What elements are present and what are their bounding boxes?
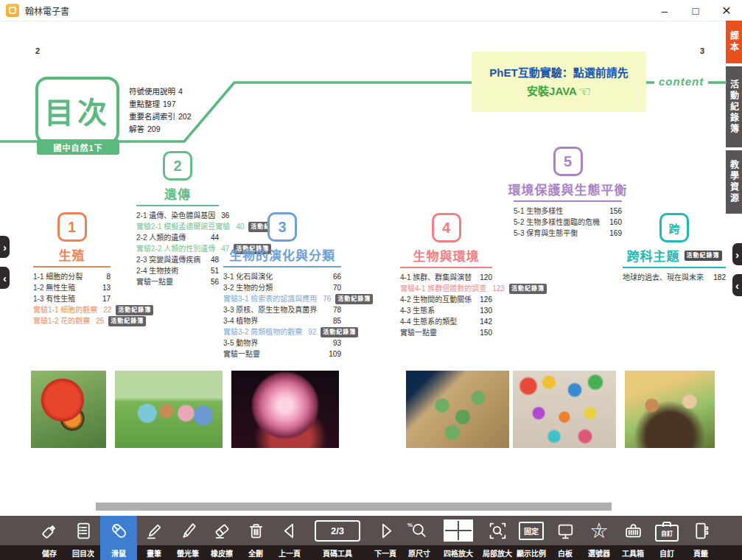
chapter-1-number-box[interactable]: 1 (57, 212, 87, 242)
tab-activity-record-book[interactable]: 活動紀錄簿 (726, 66, 742, 147)
right-edge-next-arrow[interactable]: › (732, 243, 742, 265)
toc-item-experiment[interactable]: 實驗2-1 模擬孟德爾豌豆實驗40活動紀錄簿 (136, 221, 219, 232)
toc-item[interactable]: 1-3 有性生殖17 (33, 293, 111, 304)
left-edge-prev-arrow[interactable]: ‹ (0, 267, 10, 289)
photo-microscopic-cells (406, 371, 509, 448)
activity-badge[interactable]: 活動紀錄簿 (335, 294, 373, 304)
chapter-4-block: 4 生物與環境 4-1 族群、群集與演替120 實驗4-1 族群個體數的調查12… (400, 213, 492, 338)
activity-badge[interactable]: 活動紀錄簿 (108, 316, 146, 326)
original-size-button[interactable]: % 原尺寸 (402, 516, 436, 560)
left-page-number: 2 (35, 46, 40, 55)
front-matter-item[interactable]: 重點整理197 (129, 98, 192, 111)
activity-badge[interactable]: 活動紀錄簿 (116, 305, 153, 315)
toc-item-experiment[interactable]: 實驗4-1 族群個體數的調查123活動紀錄簿 (400, 283, 492, 294)
toc-item[interactable]: 3-1 化石與演化66 (223, 271, 341, 282)
whiteboard-button[interactable]: 白板 (548, 516, 582, 560)
tab-teaching-resources[interactable]: 教學資源 (726, 150, 742, 214)
chapter-5-title[interactable]: 環境保護與生態平衡 (514, 180, 622, 198)
page-number-tool[interactable]: 2/3 頁碼工具 (307, 516, 368, 560)
toc-item[interactable]: 地球的過去、現在與未來182 (623, 272, 726, 283)
partial-zoom-button[interactable]: 局部放大 (480, 516, 514, 560)
pen-tool-button[interactable]: 畫筆 (137, 516, 171, 560)
chapter-2-underline (136, 205, 219, 206)
delete-all-button[interactable]: 全刪 (239, 516, 273, 560)
front-matter-item[interactable]: 解答209 (129, 123, 192, 136)
content-script-label: content (654, 75, 708, 88)
toc-item[interactable]: 2-2 人類的遺傳44 (136, 232, 219, 243)
previous-page-button[interactable]: 上一頁 (273, 516, 307, 560)
toc-item[interactable]: 實驗一點靈109 (223, 349, 341, 360)
maximize-button[interactable]: □ (680, 0, 711, 21)
front-matter-list: 符號使用說明4 重點整理197 重要名詞索引202 解答209 (129, 85, 192, 136)
toc-item[interactable]: 4-3 生態系130 (400, 305, 492, 316)
toc-item[interactable]: 實驗一點靈150 (400, 327, 492, 338)
back-to-toc-button[interactable]: 回目次 (66, 516, 100, 560)
chapter-3-number-box[interactable]: 3 (267, 212, 297, 242)
next-page-button[interactable]: 下一頁 (368, 516, 402, 560)
chapter-1-underline (33, 266, 111, 267)
toc-item-experiment[interactable]: 實驗3-2 蕨類植物的觀察92活動紀錄簿 (223, 326, 341, 337)
eraser-tool-button[interactable]: 橡皮擦 (205, 516, 239, 560)
chapter-4-number-box[interactable]: 4 (432, 213, 461, 242)
toc-item-experiment[interactable]: 實驗1-1 細胞的觀察22活動紀錄簿 (33, 304, 111, 315)
toc-item[interactable]: 2-1 遺傳、染色體與基因36 (136, 210, 219, 221)
activity-badge[interactable]: 活動紀錄簿 (685, 251, 722, 261)
chapter-2-number-box[interactable]: 2 (163, 151, 192, 181)
toc-item[interactable]: 3-5 動物界93 (223, 337, 341, 349)
chapter-3-title[interactable]: 生物的演化與分類 (223, 245, 341, 264)
toc-item[interactable]: 3-4 植物界85 (223, 315, 341, 326)
photo-butterfly-flower (31, 371, 106, 448)
photo-children-planting (625, 371, 715, 448)
toolbox-button[interactable]: 工具箱 (616, 516, 650, 560)
toc-item[interactable]: 4-2 生物間的互動關係126 (400, 294, 492, 305)
next-page-icon (376, 521, 396, 541)
front-matter-item[interactable]: 重要名詞索引202 (129, 111, 192, 123)
page-indicator[interactable]: 2/3 (315, 520, 360, 542)
toc-item-experiment[interactable]: 實驗3-1 檢索表的認識與應用76活動紀錄簿 (223, 293, 341, 304)
four-grid-zoom-button[interactable]: 四格放大 (436, 516, 480, 560)
toc-item[interactable]: 1-1 細胞的分裂8 (33, 271, 111, 282)
chapter-4-title[interactable]: 生物與環境 (400, 246, 492, 265)
toc-item[interactable]: 3-3 原核、原生生物及真菌界78 (223, 304, 341, 315)
left-edge-next-arrow[interactable]: › (0, 236, 10, 258)
custom-button[interactable]: 自訂 自訂 (650, 516, 684, 560)
toc-item[interactable]: 4-1 族群、群集與演替120 (400, 272, 492, 283)
toc-item-experiment[interactable]: 實驗1-2 花的觀察25活動紀錄簿 (33, 315, 111, 326)
number-picker-button[interactable]: ☆7 選號器 (582, 516, 616, 560)
toolbar-drag-handle[interactable] (96, 503, 612, 511)
save-button[interactable]: 儲存 (32, 516, 66, 560)
chapter-5-number-box[interactable]: 5 (553, 147, 583, 176)
tab-textbook[interactable]: 課本 (726, 21, 742, 63)
toc-item-experiment[interactable]: 實驗2-2 人類的性別遺傳47活動紀錄簿 (136, 243, 219, 254)
toc-item[interactable]: 1-2 無性生殖13 (33, 282, 111, 293)
toc-item[interactable]: 3-2 生物的分類70 (223, 282, 341, 293)
toc-item[interactable]: 5-1 生物多樣性156 (514, 206, 622, 217)
chapter-5-underline (514, 200, 622, 202)
toc-item[interactable]: 實驗一點靈56 (136, 276, 219, 287)
activity-badge[interactable]: 活動紀錄簿 (509, 284, 547, 294)
close-button[interactable]: × (711, 0, 742, 21)
chapter-1-title[interactable]: 生殖 (33, 245, 111, 264)
highlighter-tool-button[interactable]: 螢光筆 (171, 516, 205, 560)
previous-page-icon (280, 521, 300, 541)
toc-item[interactable]: 2-4 生物技術51 (136, 265, 219, 276)
right-edge-prev-arrow[interactable]: ‹ (732, 274, 742, 296)
minimize-button[interactable]: – (649, 0, 680, 21)
chapter-1-block: 1 生殖 1-1 細胞的分裂8 1-2 無性生殖13 1-3 有性生殖17 實驗… (33, 212, 111, 326)
front-matter-item[interactable]: 符號使用說明4 (129, 85, 192, 98)
display-ratio-button[interactable]: 固定 顯示比例 (514, 516, 548, 560)
chapter-2-title[interactable]: 遺傳 (136, 184, 219, 203)
toc-item[interactable]: 2-3 突變與遺傳疾病48 (136, 254, 219, 265)
star-number-icon: ☆7 (588, 519, 610, 542)
ebook-window: 翰林電子書 – □ × 2 3 目次 國中自然1下 符號使用說明4 重點整理19… (0, 0, 742, 560)
toc-item[interactable]: 5-3 保育與生態平衡169 (514, 228, 622, 239)
activity-badge[interactable]: 活動紀錄簿 (321, 327, 358, 337)
mouse-tool-button[interactable]: 滑鼠 (100, 516, 137, 560)
page-tab-button[interactable]: 頁籤 (684, 516, 718, 560)
toc-item[interactable]: 4-4 生態系的類型142 (400, 316, 492, 327)
toc-list-icon (74, 521, 94, 541)
photo-plastic-objects (513, 371, 616, 448)
cross-topic-title[interactable]: 跨科主題活動紀錄簿 (623, 246, 726, 265)
cross-topic-number-box[interactable]: 跨 (659, 213, 689, 242)
toc-item[interactable]: 5-2 生物多樣性面臨的危機160 (514, 217, 622, 228)
